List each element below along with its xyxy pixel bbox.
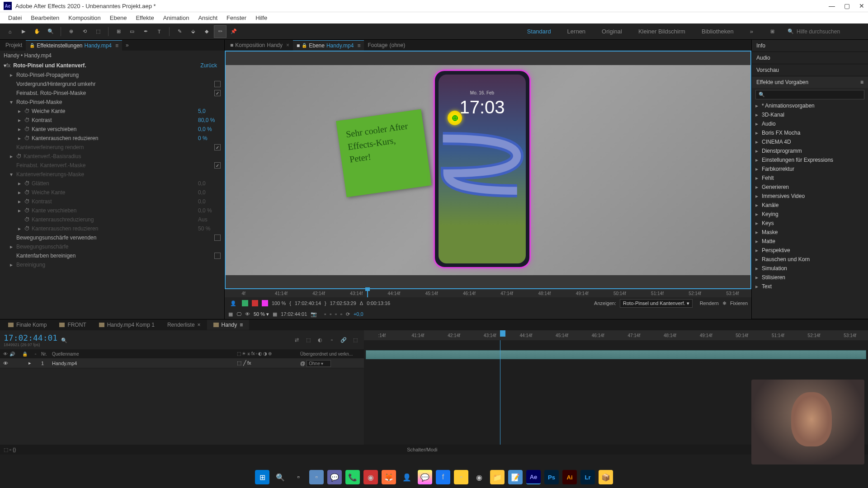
stopwatch-icon[interactable]: ⏱: [24, 180, 32, 187]
taskbar-aftereffects[interactable]: Ae: [526, 470, 541, 484]
stopwatch-icon[interactable]: ⏱: [24, 117, 32, 123]
prop-expand[interactable]: ▸: [18, 225, 24, 232]
effect-category[interactable]: ▸Fehlt: [754, 174, 866, 183]
workspace-bibliotheken[interactable]: Bibliotheken: [698, 26, 737, 37]
workspace-lernen[interactable]: Lernen: [564, 26, 589, 37]
layer-bar[interactable]: [366, 350, 866, 359]
clone-tool[interactable]: ⬙: [187, 25, 199, 38]
audio-icon[interactable]: 🔊: [8, 352, 14, 357]
col-parent[interactable]: Übergeordnet und verkn...: [299, 352, 362, 357]
col-name[interactable]: Quellenname: [51, 352, 236, 357]
timeline-search-input[interactable]: [67, 337, 94, 343]
menu-ebene[interactable]: Ebene: [105, 13, 132, 23]
prop-checkbox[interactable]: [214, 162, 221, 169]
effect-category[interactable]: ▸Keys: [754, 219, 866, 228]
prop-expand[interactable]: ▸: [18, 189, 24, 196]
footer-icon[interactable]: ⬚: [4, 447, 8, 452]
effect-category[interactable]: ▸Matte: [754, 237, 866, 246]
prop-expand[interactable]: ▸: [18, 198, 24, 205]
timecode-display[interactable]: 17:02:44:01: [4, 333, 57, 343]
effect-category[interactable]: ▸3D-Kanal: [754, 110, 866, 119]
menu-ansicht[interactable]: Ansicht: [193, 13, 222, 23]
effect-category[interactable]: ▸CINEMA 4D: [754, 137, 866, 146]
taskbar-whatsapp[interactable]: 📞: [345, 470, 360, 484]
effect-category[interactable]: ▸* Animationsvorgaben: [754, 101, 866, 110]
timeline-ruler[interactable]: :14f 41:14f 42:14f 43:14f 44:14f 45:14f …: [364, 330, 868, 340]
layer-visibility[interactable]: 👁: [2, 361, 8, 366]
taskbar-explorer[interactable]: 📁: [490, 470, 505, 484]
alpha-toggle[interactable]: 👤: [228, 300, 238, 307]
timeline-tab-handy[interactable]: Handy≡: [207, 320, 250, 330]
fixieren-label[interactable]: Fixieren: [730, 300, 748, 306]
timeline-tab-front[interactable]: FRONT: [53, 320, 92, 330]
stopwatch-icon[interactable]: ⏱: [24, 207, 32, 214]
footer-icon[interactable]: 👁: [245, 311, 250, 317]
prop-expand[interactable]: ▾: [10, 171, 16, 178]
taskbar-obs[interactable]: ◉: [472, 470, 486, 484]
prop-expand[interactable]: ▾: [10, 99, 16, 105]
workspace-standard[interactable]: Standard: [524, 26, 555, 37]
taskbar-taskview[interactable]: ▫: [291, 470, 306, 484]
tab-projekt[interactable]: Projekt: [2, 40, 26, 50]
effect-reset[interactable]: Zurück: [200, 62, 217, 69]
prop-checkbox[interactable]: [214, 144, 221, 150]
layer-name[interactable]: Handy.mp4: [51, 361, 236, 366]
exposure-offset[interactable]: +0,0: [354, 311, 363, 317]
shape-tool[interactable]: ▭: [126, 25, 138, 38]
prop-expand[interactable]: ▸: [18, 126, 24, 132]
prop-checkbox[interactable]: [214, 235, 221, 241]
menu-hilfe[interactable]: Hilfe: [251, 13, 272, 23]
col-num[interactable]: Nr.: [40, 352, 51, 357]
taskbar-search[interactable]: 🔍: [273, 470, 288, 484]
effect-category[interactable]: ▸Perspektive: [754, 246, 866, 255]
viewer-content[interactable]: Sehr cooler After Effects-Kurs, Peter! M…: [226, 65, 750, 275]
prop-value[interactable]: 0,0: [198, 189, 221, 196]
start-button[interactable]: ⊞: [255, 470, 269, 484]
timeline-tool[interactable]: 🔗: [339, 335, 349, 345]
prop-checkbox[interactable]: [214, 81, 221, 87]
layer-expand[interactable]: ▸: [27, 360, 33, 366]
selection-tool[interactable]: ▶: [17, 25, 30, 38]
prop-expand[interactable]: ▸: [10, 262, 16, 268]
tab-effekteinstellungen[interactable]: 🔒 Effekteinstellungen Handy.mp4 ≡: [26, 40, 122, 51]
puppet-tool[interactable]: 📌: [227, 25, 240, 38]
menu-fenster[interactable]: Fenster: [222, 13, 251, 23]
prop-value[interactable]: Aus: [198, 216, 221, 223]
prop-value[interactable]: 0,0 %: [198, 207, 221, 214]
effects-search-input[interactable]: [765, 92, 861, 98]
taskbar-app[interactable]: 👤: [400, 470, 414, 484]
panel-menu-icon[interactable]: ≡: [357, 42, 360, 49]
taskbar-notepad[interactable]: 📝: [508, 470, 523, 484]
anchor-tool[interactable]: ⊞: [112, 25, 125, 38]
channel-button[interactable]: ▫: [340, 311, 342, 317]
prop-checkbox[interactable]: [214, 90, 221, 96]
panel-vorschau[interactable]: Vorschau: [752, 64, 868, 76]
menu-effekte[interactable]: Effekte: [131, 13, 158, 23]
roto-brush-tool[interactable]: ✏: [214, 25, 226, 38]
minimize-button[interactable]: —: [829, 2, 835, 9]
stopwatch-icon[interactable]: ⏱: [24, 108, 32, 114]
stopwatch-icon[interactable]: ⏱: [24, 189, 32, 196]
taskbar-app[interactable]: ▫: [454, 470, 468, 484]
color-magenta[interactable]: [262, 300, 268, 306]
playhead[interactable]: [500, 330, 505, 337]
workspace-kleiner[interactable]: Kleiner Bildschirm: [635, 26, 689, 37]
panel-effekte-vorgaben[interactable]: Effekte und Vorgaben ≡: [752, 76, 868, 88]
prop-expand[interactable]: ▸: [10, 244, 16, 250]
anzeigen-dropdown[interactable]: Roto-Pinsel und Kantenverf. ▾: [620, 299, 693, 308]
taskbar-illustrator[interactable]: Ai: [562, 470, 577, 484]
workspace-menu[interactable]: ⊞: [766, 25, 778, 38]
menu-datei[interactable]: Datei: [4, 13, 26, 23]
prop-expand[interactable]: ▸: [10, 153, 16, 160]
prop-value[interactable]: 0,0: [198, 180, 221, 187]
viewer-mini-timeline[interactable]: 4f 41:14f 42:14f 43:14f 44:14f 45:14f 46…: [225, 289, 751, 297]
fixieren-icon[interactable]: ❄: [722, 300, 726, 306]
taskbar-teams[interactable]: 💬: [327, 470, 342, 484]
eye-icon[interactable]: 👁: [2, 352, 8, 357]
panel-menu-icon[interactable]: ≡: [860, 79, 863, 85]
effect-category[interactable]: ▸Farbkorrektur: [754, 164, 866, 174]
parent-pickwhip[interactable]: @: [300, 361, 305, 366]
footer-icon[interactable]: 🖵: [236, 311, 241, 317]
stopwatch-icon[interactable]: ⏱: [24, 216, 32, 223]
effect-category[interactable]: ▸Maske: [754, 228, 866, 237]
